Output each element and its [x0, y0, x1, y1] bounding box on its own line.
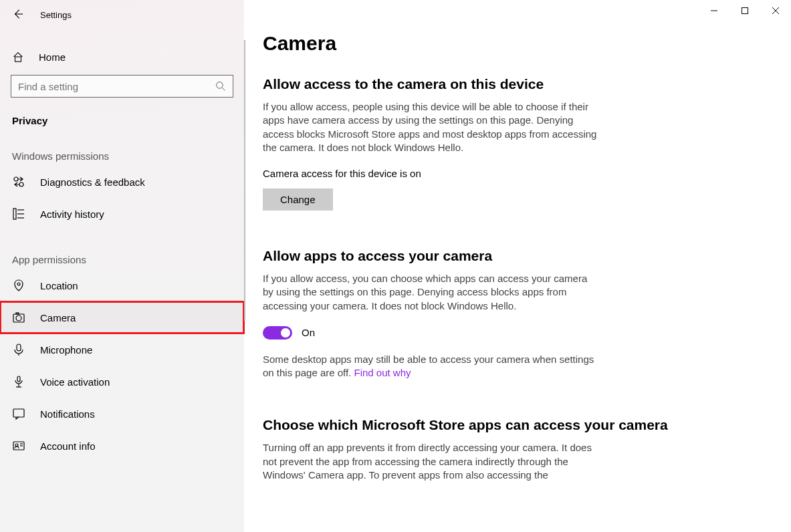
nav-item-label: Location	[40, 280, 78, 291]
nav-item-label: Diagnostics & feedback	[40, 176, 145, 188]
close-button[interactable]	[760, 0, 791, 21]
section-heading: Allow access to the camera on this devic…	[263, 76, 791, 92]
svg-rect-10	[13, 209, 16, 219]
feedback-icon	[12, 175, 25, 188]
svg-rect-23	[13, 409, 24, 417]
page-title: Camera	[263, 32, 791, 55]
nav-account-info[interactable]: Account info	[0, 430, 244, 462]
section-app-permissions: App permissions	[12, 254, 244, 265]
back-button[interactable]	[12, 8, 24, 22]
svg-rect-18	[17, 344, 21, 351]
nav-location[interactable]: Location	[0, 269, 244, 301]
main-content: Camera Allow access to the camera on thi…	[244, 0, 791, 532]
account-icon	[12, 439, 25, 452]
nav-notifications[interactable]: Notifications	[0, 398, 244, 430]
location-icon	[12, 279, 25, 292]
nav-camera[interactable]: Camera	[0, 301, 244, 334]
section-heading: Choose which Microsoft Store apps can ac…	[263, 417, 791, 433]
category-label: Privacy	[12, 115, 244, 126]
section-windows-permissions: Windows permissions	[12, 150, 244, 162]
section-body: If you allow access, you can choose whic…	[263, 272, 597, 313]
svg-point-6	[217, 82, 223, 89]
svg-rect-17	[16, 313, 19, 314]
svg-point-14	[17, 283, 20, 285]
window-title: Settings	[40, 10, 72, 20]
change-button[interactable]: Change	[263, 188, 333, 211]
home-icon	[12, 51, 24, 63]
minimize-button[interactable]	[699, 0, 729, 21]
find-out-why-link[interactable]: Find out why	[354, 367, 411, 378]
section-heading: Allow apps to access your camera	[263, 248, 791, 264]
section-device-access: Allow access to the camera on this devic…	[263, 76, 791, 211]
search-input[interactable]	[18, 81, 215, 92]
sidebar: Settings Home Privacy Windows permission…	[0, 0, 244, 532]
nav-item-label: Microphone	[40, 344, 92, 356]
nav-item-label: Notifications	[40, 408, 95, 420]
svg-rect-5	[15, 57, 21, 61]
nav-item-label: Activity history	[40, 209, 104, 220]
notifications-icon	[12, 407, 25, 420]
nav-home[interactable]: Home	[0, 43, 244, 71]
nav-voice-activation[interactable]: Voice activation	[0, 366, 244, 398]
svg-rect-20	[17, 376, 20, 382]
svg-rect-1	[742, 8, 748, 14]
voice-icon	[12, 375, 25, 388]
device-access-status: Camera access for this device is on	[263, 168, 791, 179]
search-box[interactable]	[11, 75, 233, 98]
scroll-indicator[interactable]	[244, 40, 245, 321]
desktop-apps-note: Some desktop apps may still be able to a…	[263, 353, 597, 380]
nav-diagnostics-feedback[interactable]: Diagnostics & feedback	[0, 166, 244, 198]
nav-item-label: Camera	[40, 312, 76, 323]
camera-icon	[12, 311, 25, 324]
microphone-icon	[12, 343, 25, 356]
svg-line-7	[222, 88, 225, 90]
section-body: Turning off an app prevents it from dire…	[263, 441, 597, 482]
section-app-access: Allow apps to access your camera If you …	[263, 248, 791, 380]
section-store-apps: Choose which Microsoft Store apps can ac…	[263, 417, 791, 482]
search-icon	[215, 81, 226, 92]
svg-point-8	[14, 177, 18, 181]
maximize-button[interactable]	[729, 0, 760, 21]
history-icon	[12, 207, 25, 221]
window-controls	[699, 0, 791, 21]
svg-point-9	[19, 182, 23, 186]
nav-activity-history[interactable]: Activity history	[0, 198, 244, 230]
toggle-label: On	[302, 327, 315, 338]
svg-point-16	[16, 315, 21, 321]
nav-item-label: Voice activation	[40, 376, 110, 388]
nav-home-label: Home	[39, 51, 66, 63]
section-body: If you allow access, people using this d…	[263, 100, 597, 154]
app-access-toggle[interactable]	[263, 326, 292, 340]
nav-item-label: Account info	[40, 440, 96, 452]
nav-microphone[interactable]: Microphone	[0, 334, 244, 366]
